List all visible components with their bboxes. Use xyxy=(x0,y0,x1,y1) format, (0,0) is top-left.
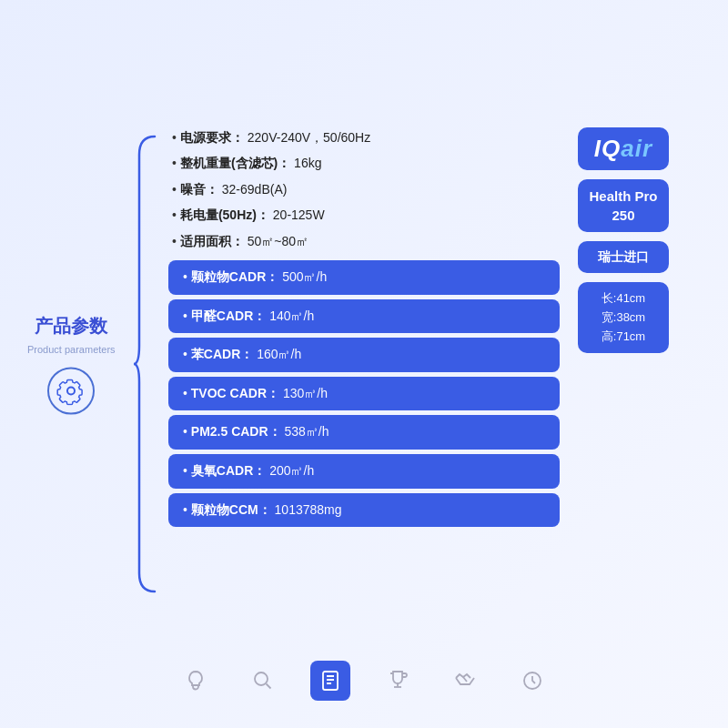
origin-text: 瑞士进口 xyxy=(598,249,649,264)
dimensions-box: 长:41cm 宽:38cm 高:71cm xyxy=(578,282,669,353)
plain-spec-item: •电源要求： 220V-240V，50/60Hz xyxy=(172,127,560,147)
plain-specs: •电源要求： 220V-240V，50/60Hz•整机重量(含滤芯)： 16kg… xyxy=(168,127,560,251)
clock-icon[interactable] xyxy=(512,661,552,701)
label-en: Product parameters xyxy=(27,344,116,355)
brand-box: IQair xyxy=(578,127,669,170)
highlight-spec-item: • TVOC CADR： 130㎥/h xyxy=(168,377,560,411)
dim-height: 高:71cm xyxy=(589,328,658,347)
content-area: •电源要求： 220V-240V，50/60Hz•整机重量(含滤芯)： 16kg… xyxy=(132,127,669,601)
model-name: Health Pro 250 xyxy=(589,188,657,223)
trophy-icon[interactable] xyxy=(378,661,418,701)
lightbulb-icon[interactable] xyxy=(176,661,216,701)
bottom-nav xyxy=(176,661,552,701)
plain-spec-item: •适用面积： 50㎡~80㎡ xyxy=(172,231,560,251)
plain-spec-item: •整机重量(含滤芯)： 16kg xyxy=(172,153,560,173)
highlight-specs: • 颗粒物CADR： 500㎥/h• 甲醛CADR： 140㎥/h• 苯CADR… xyxy=(168,260,560,527)
highlight-spec-item: • 苯CADR： 160㎥/h xyxy=(168,338,560,372)
highlight-spec-item: • 颗粒物CADR： 500㎥/h xyxy=(168,260,560,295)
highlight-spec-item: • 臭氧CADR： 200㎥/h xyxy=(168,454,560,489)
specs-panel: •电源要求： 220V-240V，50/60Hz•整机重量(含滤芯)： 16kg… xyxy=(168,127,560,601)
plain-spec-item: •耗电量(50Hz)： 20-125W xyxy=(172,205,560,225)
dim-length: 长:41cm xyxy=(589,289,658,308)
highlight-spec-item: • 颗粒物CCM： 1013788mg xyxy=(168,493,560,528)
handshake-icon[interactable] xyxy=(445,661,485,701)
main-container: 产品参数 Product parameters •电源要求： 220V-240V… xyxy=(0,0,728,728)
label-cn: 产品参数 xyxy=(35,314,107,339)
highlight-spec-item: • PM2.5 CADR： 538㎥/h xyxy=(168,415,560,450)
dim-width: 宽:38cm xyxy=(589,308,658,328)
specs-wrapper: •电源要求： 220V-240V，50/60Hz•整机重量(含滤芯)： 16kg… xyxy=(132,127,560,601)
bracket-icon xyxy=(132,127,159,601)
svg-rect-1 xyxy=(323,672,338,690)
plain-spec-item: •噪音： 32-69dB(A) xyxy=(172,179,560,199)
svg-point-0 xyxy=(255,672,268,685)
search-icon[interactable] xyxy=(243,661,283,701)
origin-box: 瑞士进口 xyxy=(578,241,669,273)
document-icon[interactable] xyxy=(310,661,350,701)
brand-name: IQair xyxy=(594,135,652,162)
right-panel: IQair Health Pro 250 瑞士进口 长:41cm 宽:38cm … xyxy=(578,127,669,353)
left-label-section: 产品参数 Product parameters xyxy=(27,314,116,415)
gear-icon xyxy=(47,368,95,415)
model-box: Health Pro 250 xyxy=(578,179,669,232)
highlight-spec-item: • 甲醛CADR： 140㎥/h xyxy=(168,299,560,334)
